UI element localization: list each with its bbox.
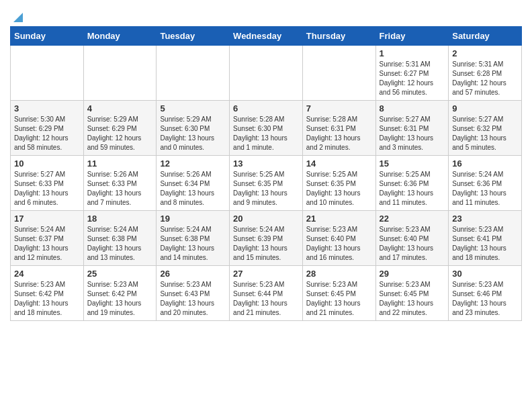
day-cell: 1Sunrise: 5:31 AM Sunset: 6:27 PM Daylig… xyxy=(375,46,449,101)
day-number: 22 xyxy=(380,214,445,224)
day-cell xyxy=(83,46,157,101)
day-info: Sunrise: 5:24 AM Sunset: 6:39 PM Dayligh… xyxy=(233,225,299,263)
week-row-1: 1Sunrise: 5:31 AM Sunset: 6:27 PM Daylig… xyxy=(11,46,522,101)
day-number: 12 xyxy=(160,158,226,169)
day-info: Sunrise: 5:26 AM Sunset: 6:34 PM Dayligh… xyxy=(160,170,226,208)
day-info: Sunrise: 5:23 AM Sunset: 6:44 PM Dayligh… xyxy=(233,280,299,318)
day-cell: 14Sunrise: 5:25 AM Sunset: 6:35 PM Dayli… xyxy=(302,156,375,211)
day-number: 9 xyxy=(452,103,518,113)
day-info: Sunrise: 5:23 AM Sunset: 6:45 PM Dayligh… xyxy=(306,280,372,318)
day-cell: 25Sunrise: 5:23 AM Sunset: 6:42 PM Dayli… xyxy=(83,266,157,321)
day-info: Sunrise: 5:25 AM Sunset: 6:36 PM Dayligh… xyxy=(380,170,445,208)
day-cell: 11Sunrise: 5:26 AM Sunset: 6:33 PM Dayli… xyxy=(83,156,157,211)
day-number: 2 xyxy=(452,48,518,58)
calendar-table: SundayMondayTuesdayWednesdayThursdayFrid… xyxy=(10,26,522,321)
day-cell: 6Sunrise: 5:28 AM Sunset: 6:30 PM Daylig… xyxy=(230,101,303,156)
day-cell: 17Sunrise: 5:24 AM Sunset: 6:37 PM Dayli… xyxy=(11,211,84,266)
day-info: Sunrise: 5:24 AM Sunset: 6:38 PM Dayligh… xyxy=(87,225,153,263)
day-cell: 9Sunrise: 5:27 AM Sunset: 6:32 PM Daylig… xyxy=(449,101,522,156)
day-cell: 22Sunrise: 5:23 AM Sunset: 6:40 PM Dayli… xyxy=(375,211,449,266)
day-info: Sunrise: 5:23 AM Sunset: 6:43 PM Dayligh… xyxy=(160,280,226,318)
day-cell xyxy=(230,46,303,101)
day-info: Sunrise: 5:23 AM Sunset: 6:42 PM Dayligh… xyxy=(87,280,153,318)
day-cell: 5Sunrise: 5:29 AM Sunset: 6:30 PM Daylig… xyxy=(157,101,230,156)
day-info: Sunrise: 5:27 AM Sunset: 6:31 PM Dayligh… xyxy=(380,115,445,152)
header-tuesday: Tuesday xyxy=(157,27,230,46)
svg-marker-0 xyxy=(13,13,23,22)
day-cell: 27Sunrise: 5:23 AM Sunset: 6:44 PM Dayli… xyxy=(230,266,303,321)
day-info: Sunrise: 5:29 AM Sunset: 6:30 PM Dayligh… xyxy=(160,115,226,152)
day-cell: 4Sunrise: 5:29 AM Sunset: 6:29 PM Daylig… xyxy=(83,101,157,156)
day-cell: 18Sunrise: 5:24 AM Sunset: 6:38 PM Dayli… xyxy=(83,211,157,266)
day-info: Sunrise: 5:25 AM Sunset: 6:35 PM Dayligh… xyxy=(306,170,372,208)
week-row-3: 10Sunrise: 5:27 AM Sunset: 6:33 PM Dayli… xyxy=(11,156,522,211)
day-info: Sunrise: 5:24 AM Sunset: 6:36 PM Dayligh… xyxy=(452,170,518,208)
day-number: 1 xyxy=(380,48,445,58)
day-cell: 29Sunrise: 5:23 AM Sunset: 6:45 PM Dayli… xyxy=(375,266,449,321)
day-cell: 21Sunrise: 5:23 AM Sunset: 6:40 PM Dayli… xyxy=(302,211,375,266)
header-monday: Monday xyxy=(83,27,157,46)
day-info: Sunrise: 5:28 AM Sunset: 6:31 PM Dayligh… xyxy=(306,115,372,152)
day-cell: 13Sunrise: 5:25 AM Sunset: 6:35 PM Dayli… xyxy=(230,156,303,211)
day-cell: 15Sunrise: 5:25 AM Sunset: 6:36 PM Dayli… xyxy=(375,156,449,211)
day-cell: 2Sunrise: 5:31 AM Sunset: 6:28 PM Daylig… xyxy=(449,46,522,101)
day-cell: 19Sunrise: 5:24 AM Sunset: 6:38 PM Dayli… xyxy=(157,211,230,266)
day-cell: 12Sunrise: 5:26 AM Sunset: 6:34 PM Dayli… xyxy=(157,156,230,211)
day-number: 19 xyxy=(160,214,226,224)
header-wednesday: Wednesday xyxy=(230,27,303,46)
day-info: Sunrise: 5:27 AM Sunset: 6:32 PM Dayligh… xyxy=(452,115,518,152)
day-info: Sunrise: 5:23 AM Sunset: 6:40 PM Dayligh… xyxy=(306,225,372,263)
day-number: 23 xyxy=(452,214,518,224)
day-number: 16 xyxy=(452,158,518,169)
day-number: 20 xyxy=(233,214,299,224)
calendar-header-row: SundayMondayTuesdayWednesdayThursdayFrid… xyxy=(11,27,522,46)
day-info: Sunrise: 5:24 AM Sunset: 6:37 PM Dayligh… xyxy=(14,225,80,263)
day-info: Sunrise: 5:31 AM Sunset: 6:28 PM Dayligh… xyxy=(452,60,518,97)
day-info: Sunrise: 5:31 AM Sunset: 6:27 PM Dayligh… xyxy=(380,60,445,97)
day-cell: 3Sunrise: 5:30 AM Sunset: 6:29 PM Daylig… xyxy=(11,101,84,156)
day-cell: 8Sunrise: 5:27 AM Sunset: 6:31 PM Daylig… xyxy=(375,101,449,156)
day-number: 21 xyxy=(306,214,372,224)
day-cell: 23Sunrise: 5:23 AM Sunset: 6:41 PM Dayli… xyxy=(449,211,522,266)
day-number: 30 xyxy=(452,269,518,279)
day-number: 7 xyxy=(306,103,372,113)
day-cell: 7Sunrise: 5:28 AM Sunset: 6:31 PM Daylig… xyxy=(302,101,375,156)
day-cell: 24Sunrise: 5:23 AM Sunset: 6:42 PM Dayli… xyxy=(11,266,84,321)
day-number: 8 xyxy=(380,103,445,113)
day-info: Sunrise: 5:23 AM Sunset: 6:42 PM Dayligh… xyxy=(14,280,80,318)
logo xyxy=(10,10,23,19)
day-cell: 20Sunrise: 5:24 AM Sunset: 6:39 PM Dayli… xyxy=(230,211,303,266)
day-number: 11 xyxy=(87,158,153,169)
day-number: 3 xyxy=(14,103,80,113)
day-info: Sunrise: 5:28 AM Sunset: 6:30 PM Dayligh… xyxy=(233,115,299,152)
header-sunday: Sunday xyxy=(11,27,84,46)
day-info: Sunrise: 5:27 AM Sunset: 6:33 PM Dayligh… xyxy=(14,170,80,208)
day-cell xyxy=(11,46,84,101)
day-cell xyxy=(302,46,375,101)
day-info: Sunrise: 5:29 AM Sunset: 6:29 PM Dayligh… xyxy=(87,115,153,152)
day-number: 27 xyxy=(233,269,299,279)
day-number: 25 xyxy=(87,269,153,279)
day-number: 26 xyxy=(160,269,226,279)
day-cell: 30Sunrise: 5:23 AM Sunset: 6:46 PM Dayli… xyxy=(449,266,522,321)
day-info: Sunrise: 5:23 AM Sunset: 6:46 PM Dayligh… xyxy=(452,280,518,318)
day-number: 29 xyxy=(380,269,445,279)
day-info: Sunrise: 5:26 AM Sunset: 6:33 PM Dayligh… xyxy=(87,170,153,208)
day-number: 6 xyxy=(233,103,299,113)
day-info: Sunrise: 5:25 AM Sunset: 6:35 PM Dayligh… xyxy=(233,170,299,208)
day-number: 28 xyxy=(306,269,372,279)
day-cell: 26Sunrise: 5:23 AM Sunset: 6:43 PM Dayli… xyxy=(157,266,230,321)
header xyxy=(10,10,522,19)
day-cell: 16Sunrise: 5:24 AM Sunset: 6:36 PM Dayli… xyxy=(449,156,522,211)
day-info: Sunrise: 5:30 AM Sunset: 6:29 PM Dayligh… xyxy=(14,115,80,152)
logo-arrow-icon xyxy=(11,10,23,22)
day-number: 24 xyxy=(14,269,80,279)
day-number: 17 xyxy=(14,214,80,224)
week-row-4: 17Sunrise: 5:24 AM Sunset: 6:37 PM Dayli… xyxy=(11,211,522,266)
day-number: 4 xyxy=(87,103,153,113)
day-number: 18 xyxy=(87,214,153,224)
header-friday: Friday xyxy=(375,27,449,46)
week-row-5: 24Sunrise: 5:23 AM Sunset: 6:42 PM Dayli… xyxy=(11,266,522,321)
day-info: Sunrise: 5:24 AM Sunset: 6:38 PM Dayligh… xyxy=(160,225,226,263)
day-cell: 28Sunrise: 5:23 AM Sunset: 6:45 PM Dayli… xyxy=(302,266,375,321)
